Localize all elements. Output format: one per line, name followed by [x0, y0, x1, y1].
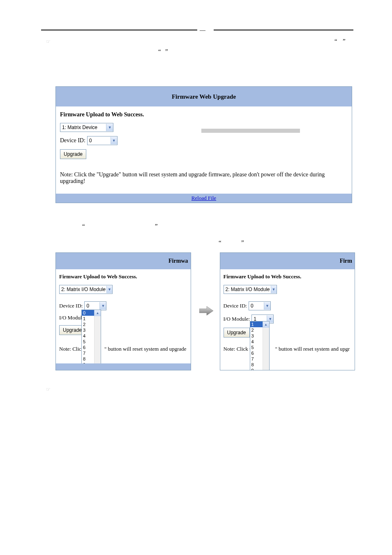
panel3-title: Firm: [340, 258, 352, 264]
panel-title: Firmware Web Upgrade: [172, 93, 236, 100]
upload-status: Firmware Upload to Web Success.: [60, 111, 348, 118]
reload-bar: Reload File: [56, 194, 352, 203]
chevron-down-icon: ▼: [99, 302, 106, 310]
quote-open-2: “: [158, 48, 161, 55]
quote-open-1: “: [334, 38, 337, 45]
io-module-label-3: I/O Module:: [224, 316, 250, 322]
svg-marker-0: [199, 306, 213, 315]
quote-close-2: ”: [165, 48, 168, 55]
io-module-label-2: I/O Module: [59, 314, 84, 321]
progress-bar: [201, 129, 300, 133]
upgrade-button[interactable]: Upgrade: [60, 149, 86, 159]
quote-open-4: “: [219, 239, 221, 246]
note-suffix-3: " button will reset system and upgr: [275, 346, 350, 352]
upload-status-2: Firmware Upload to Web Success.: [59, 273, 187, 280]
chevron-down-icon: ▼: [111, 137, 117, 144]
quote-close-1: ”: [343, 38, 346, 45]
hand-icon: ☞: [46, 39, 51, 45]
quote-close-4: ”: [241, 239, 244, 246]
scroll-up-icon[interactable]: ▲: [94, 310, 101, 316]
hand-icon: ☞: [46, 386, 51, 393]
device-type-select[interactable]: 1: Matrix Device ▼: [60, 123, 113, 132]
device-type-select-3[interactable]: 2: Matrix I/O Module ▼: [224, 285, 277, 294]
scrollbar-gutter[interactable]: [94, 316, 101, 370]
device-id-select[interactable]: 0 ▼: [87, 136, 118, 145]
io-module-listbox-3[interactable]: ▲ 1 2 3 4 5 6 7 8 9 10: [250, 321, 270, 370]
quote-close-3: ”: [155, 223, 158, 230]
chevron-down-icon: ▼: [271, 286, 277, 293]
device-type-select-2[interactable]: 2: Matrix I/O Module ▼: [59, 285, 113, 294]
panel-title-bar: Firmware Web Upgrade: [56, 87, 352, 106]
chevron-down-icon: ▼: [106, 286, 112, 293]
firmware-upgrade-panel: Firmware Web Upgrade Firmware Upload to …: [55, 86, 352, 203]
panel2-title: Firmwa: [168, 258, 188, 264]
chevron-down-icon: ▼: [106, 124, 113, 131]
chevron-down-icon: ▼: [264, 302, 270, 310]
upgrade-note: Note: Click the "Upgrade" button will re…: [60, 171, 348, 185]
device-id-select-3[interactable]: 0 ▼: [249, 301, 271, 310]
left-firmware-panel: Firmwa Firmware Upload to Web Success. 2…: [55, 252, 191, 370]
scroll-up-icon[interactable]: ▲: [263, 321, 269, 328]
note-prefix-3: Note: Click th: [224, 346, 254, 352]
header-dash: —: [200, 27, 205, 34]
scrollbar-gutter[interactable]: [263, 328, 269, 370]
upgrade-button-3[interactable]: Upgrade: [224, 328, 250, 338]
arrow-right-icon: [199, 305, 212, 318]
device-id-listbox-2[interactable]: ▲ 0 1 2 3 4 5 6 7 8 9 10 11: [81, 310, 101, 370]
device-id-label-2: Device ID:: [59, 303, 83, 309]
device-id-select-2[interactable]: 0 ▼: [84, 301, 106, 310]
dual-panels: Firmwa Firmware Upload to Web Success. 2…: [55, 252, 355, 370]
device-id-label-3: Device ID:: [224, 303, 247, 309]
note-suffix-2: " button will reset system and upgrade: [104, 346, 187, 352]
note-prefix-2: Note: Click: [59, 346, 84, 352]
upload-status-3: Firmware Upload to Web Success.: [224, 273, 352, 280]
right-firmware-panel: Firm Firmware Upload to Web Success. 2: …: [220, 252, 355, 370]
quote-open-3: “: [82, 223, 85, 230]
device-id-label: Device ID:: [60, 137, 85, 144]
reload-file-link[interactable]: Reload File: [191, 195, 216, 201]
